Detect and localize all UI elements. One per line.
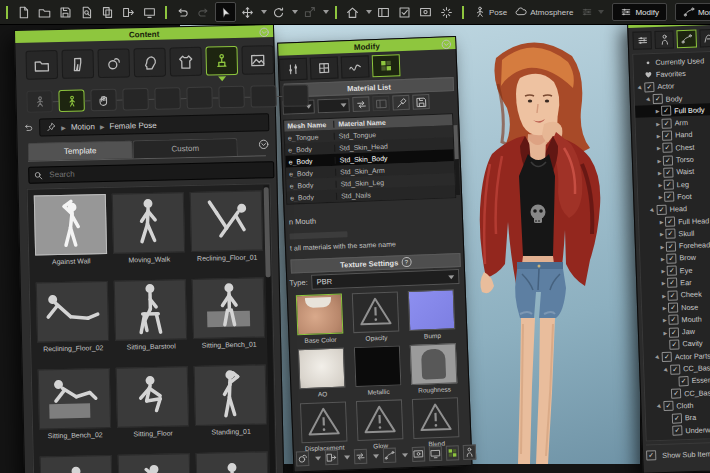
tree-checkbox[interactable]: ✓ <box>672 425 682 435</box>
tree-checkbox[interactable]: ✓ <box>668 302 678 312</box>
scene-tab-skin[interactable] <box>699 29 710 48</box>
texture-channel-glow[interactable]: Glow <box>354 399 406 450</box>
back-icon[interactable] <box>23 123 33 133</box>
tree-label[interactable]: Head <box>669 204 687 214</box>
pose-item[interactable]: Sitting_Floor <box>116 366 190 438</box>
display-button[interactable] <box>416 3 435 21</box>
tree-label[interactable]: Leg <box>677 180 689 189</box>
save-material-button[interactable] <box>412 94 430 110</box>
tree-checkbox[interactable]: ✓ <box>667 266 677 276</box>
category-pose-chair[interactable] <box>205 46 238 76</box>
tree-label[interactable]: Underwear Bottom <box>685 424 710 435</box>
tree-checkbox[interactable]: ✓ <box>670 364 680 374</box>
texture-channel-opacity[interactable]: Opacity <box>350 291 402 342</box>
breadcrumb[interactable]: ▶ Motion ▶ Female Pose <box>39 113 269 136</box>
texture-slot[interactable] <box>410 343 458 385</box>
texture-channel-displacement[interactable]: Displacement <box>298 401 350 452</box>
modify-tab-wave[interactable] <box>341 55 370 78</box>
bottom-tool-person[interactable] <box>463 445 477 460</box>
open-folder-button[interactable] <box>35 3 54 21</box>
bottom-tool-screen[interactable] <box>429 446 443 461</box>
subcategory-hand[interactable] <box>90 89 116 112</box>
dropdown-caret[interactable] <box>261 10 267 14</box>
panel-menu-icon[interactable] <box>440 38 452 50</box>
bottom-tool-display[interactable] <box>412 447 426 462</box>
tree-checkbox[interactable]: ✓ <box>661 106 671 116</box>
empty-slot[interactable] <box>218 86 244 109</box>
tree-checkbox[interactable]: ✓ <box>671 388 681 398</box>
empty-slot[interactable] <box>186 87 212 110</box>
light-button[interactable] <box>437 3 456 21</box>
category-material-ball[interactable] <box>97 48 130 78</box>
tree-checkbox[interactable]: ✓ <box>662 143 672 153</box>
breadcrumb-current[interactable]: Female Pose <box>109 120 156 130</box>
tree-checkbox[interactable]: ✓ <box>656 204 666 214</box>
tree-label[interactable]: Full Body <box>674 105 705 115</box>
tree-label[interactable]: Hand <box>675 130 693 140</box>
export-button[interactable] <box>119 3 138 21</box>
tree-label[interactable]: Favorites <box>656 69 686 79</box>
find-file-button[interactable] <box>77 3 96 21</box>
texture-channel-ao[interactable]: AO <box>296 347 348 398</box>
bottom-tool-material-ball[interactable] <box>296 451 310 466</box>
tree-label[interactable]: Currently Used <box>655 56 704 67</box>
content-panel-header[interactable]: Content <box>15 25 273 43</box>
tab-template[interactable]: Template <box>28 140 133 160</box>
texture-slot[interactable] <box>356 399 404 441</box>
new-file-button[interactable] <box>14 3 33 21</box>
dropdown-caret[interactable] <box>373 454 379 458</box>
tree-checkbox[interactable]: ✓ <box>662 130 672 140</box>
tree-label[interactable]: Ear <box>680 278 692 287</box>
tree-checkbox[interactable]: ✓ <box>663 155 673 165</box>
scrollbar-thumb[interactable] <box>453 125 458 159</box>
shader-type-select[interactable]: PBR <box>311 269 459 290</box>
cursor-button[interactable] <box>215 2 236 22</box>
tree-checkbox[interactable]: ✓ <box>662 352 672 362</box>
modify-tab-checker[interactable] <box>372 54 401 77</box>
pose-thumbnail[interactable] <box>38 368 111 430</box>
panel-button[interactable] <box>374 3 393 21</box>
tree-checkbox[interactable]: ✓ <box>667 290 677 300</box>
tree-label[interactable]: Cheek <box>680 290 701 300</box>
save-button[interactable] <box>56 3 75 21</box>
tree-label[interactable]: Jaw <box>682 327 695 336</box>
tree-label[interactable]: Actor Parts <box>675 351 710 361</box>
modify-tab-slider-v[interactable] <box>279 58 308 81</box>
tree-label[interactable]: Cavity <box>682 339 703 349</box>
empty-slot[interactable] <box>122 88 148 111</box>
texture-slot[interactable] <box>352 291 400 333</box>
pose-thumbnail[interactable] <box>112 192 185 254</box>
texture-slot[interactable] <box>408 289 456 331</box>
tree-checkbox[interactable]: ✓ <box>668 315 678 325</box>
tree-label[interactable]: Forehead <box>679 240 710 250</box>
screen-button[interactable] <box>140 3 159 21</box>
tree-label[interactable]: Foot <box>677 192 692 202</box>
tab-custom[interactable]: Custom <box>133 138 238 158</box>
tree-label[interactable]: Cloth <box>676 401 693 411</box>
copy-file-button[interactable] <box>98 3 117 21</box>
pose-item[interactable]: Sitting_Bench_01 <box>192 277 266 349</box>
pose-thumbnail[interactable] <box>190 190 263 252</box>
tree-label[interactable]: Torso <box>676 155 694 165</box>
tree-label[interactable]: Chest <box>675 142 694 152</box>
show-sub-items-checkbox[interactable]: ✓ <box>646 450 656 460</box>
scrollbar-thumb[interactable] <box>264 187 271 277</box>
empty-slot[interactable] <box>250 85 276 108</box>
tree-checkbox[interactable]: ✓ <box>669 339 679 349</box>
rotate-button[interactable] <box>269 3 288 21</box>
dropdown-caret[interactable] <box>292 10 298 14</box>
tree-checkbox[interactable]: ✓ <box>666 241 676 251</box>
same-name-option[interactable]: t all materials with the same name <box>290 240 396 251</box>
texture-channel-bump[interactable]: Bump <box>406 289 458 340</box>
collapse-icon[interactable] <box>258 138 270 150</box>
subcategory-walk-person[interactable] <box>26 90 52 113</box>
modify-button[interactable]: Modify <box>612 3 667 21</box>
texture-slot[interactable] <box>300 401 348 443</box>
scene-tab-person[interactable] <box>655 30 675 49</box>
tree-label[interactable]: Eye <box>680 266 693 275</box>
tree-label[interactable]: Actor <box>657 82 674 92</box>
scene-tab-morph[interactable] <box>677 30 697 49</box>
tree-label[interactable]: Full Head <box>678 216 710 226</box>
tree-checkbox[interactable]: ✓ <box>672 413 682 423</box>
eyedropper-button[interactable] <box>392 95 410 111</box>
